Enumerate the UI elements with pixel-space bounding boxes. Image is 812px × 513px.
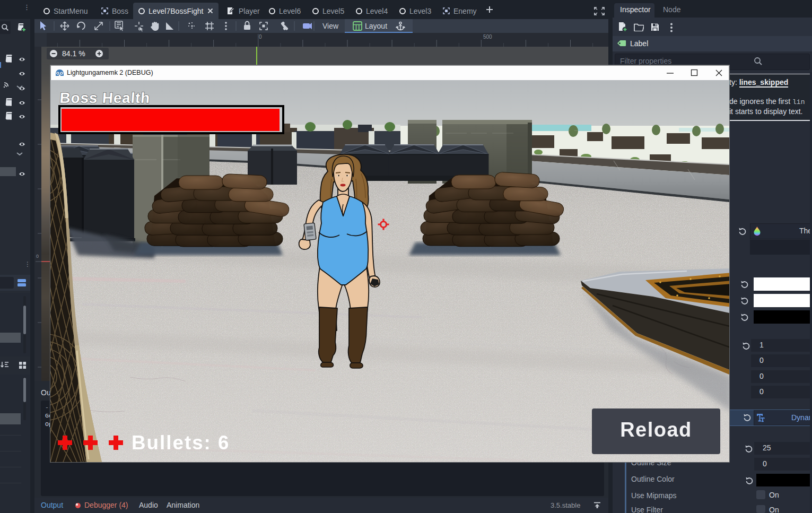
svg-text:Layout: Layout <box>365 22 387 30</box>
svg-text:500: 500 <box>483 34 492 40</box>
svg-text:Bullets: 6: Bullets: 6 <box>132 432 230 454</box>
svg-text:0: 0 <box>36 254 39 259</box>
svg-text:0: 0 <box>259 34 262 40</box>
svg-text:Boss Health: Boss Health <box>59 90 151 106</box>
svg-text:View: View <box>322 22 339 30</box>
svg-text:Reload: Reload <box>620 419 692 441</box>
